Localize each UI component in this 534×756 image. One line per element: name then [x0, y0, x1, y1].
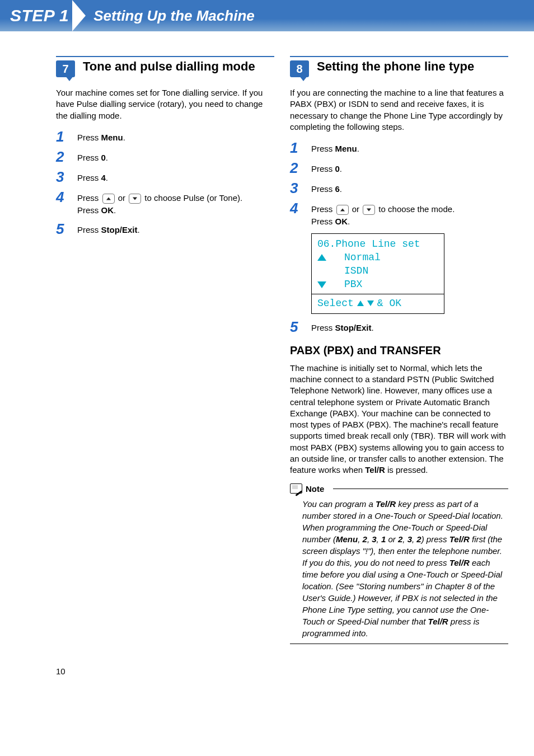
lcd-main: 06.Phone Line set Normal ISDN PBX	[312, 234, 444, 294]
page-number: 10	[56, 666, 534, 676]
section-rule	[56, 56, 274, 57]
step-label: STEP 1	[10, 6, 69, 25]
up-arrow-key-icon	[102, 194, 115, 204]
text: Press	[77, 193, 101, 203]
section-7-head: 7 Tone and pulse dialling mode	[56, 59, 274, 77]
lcd-text: & OK	[377, 297, 401, 310]
step-row: 2 Press 0.	[56, 149, 274, 164]
page-body: 7 Tone and pulse dialling mode Your mach…	[0, 31, 534, 644]
key-name: Menu	[335, 144, 357, 153]
key-name: Menu	[336, 534, 358, 544]
note-head: Note	[290, 483, 508, 494]
step-number: 2	[290, 161, 301, 175]
step-number: 1	[56, 129, 67, 144]
key-name: OK	[335, 217, 348, 226]
down-arrow-key-icon	[363, 205, 375, 215]
lcd-text: Select	[317, 297, 354, 310]
text: ,	[367, 534, 372, 544]
banner-title: Setting Up the Machine	[93, 7, 254, 25]
note-label: Note	[306, 484, 324, 494]
key-name: Stop/Exit	[335, 323, 372, 332]
key-name: 6	[335, 184, 340, 194]
down-arrow-icon	[367, 300, 374, 306]
pabx-body: The machine is initially set to Normal, …	[290, 363, 508, 476]
key-name: Tel/R	[365, 465, 385, 475]
up-arrow-key-icon	[336, 205, 349, 215]
rule	[290, 644, 508, 644]
key-name: Stop/Exit	[101, 225, 138, 234]
up-arrow-icon	[357, 300, 364, 306]
step-row: 4 Press or to choose Pulse (or Tone). Pr…	[56, 190, 274, 217]
step-number: 3	[290, 181, 301, 195]
text: You can program a	[302, 499, 376, 509]
rule	[333, 489, 508, 489]
step-number: 4	[290, 201, 301, 215]
text: Press	[311, 323, 335, 332]
text: Press	[77, 133, 101, 142]
key-name: 0	[335, 164, 340, 173]
key-name: Tel/R	[376, 499, 396, 509]
key-name: 2	[363, 534, 367, 544]
key-name: Tel/R	[449, 534, 470, 544]
key-name: Tel/R	[428, 617, 448, 626]
step-text: Press 0.	[77, 149, 108, 164]
section-rule	[290, 56, 508, 57]
step-row: 5 Press Stop/Exit.	[56, 222, 274, 236]
lcd-line: PBX	[317, 278, 438, 291]
section-title: Setting the phone line type	[317, 59, 474, 73]
key-name: 1	[381, 534, 386, 544]
key-name: OK	[101, 205, 114, 215]
step-row: 3 Press 4.	[56, 170, 274, 184]
step-row: 2 Press 0.	[290, 161, 508, 175]
step-row: 1 Press Menu.	[56, 129, 274, 144]
section-title: Tone and pulse dialling mode	[83, 59, 255, 73]
text: Press	[311, 164, 335, 173]
key-name: Menu	[101, 133, 123, 142]
subheading-pabx: PABX (PBX) and TRANSFER	[290, 344, 508, 357]
text: Press	[311, 144, 335, 153]
lcd-text: PBX	[331, 278, 362, 291]
section-number-badge: 7	[56, 60, 75, 77]
section-8-steps: 1 Press Menu. 2 Press 0. 3 Press 6. 4 Pr…	[290, 140, 508, 228]
step-text: Press 6.	[311, 181, 342, 195]
step-banner: STEP 1 Setting Up the Machine	[0, 0, 534, 31]
left-column: 7 Tone and pulse dialling mode Your mach…	[56, 56, 274, 644]
text: Press	[311, 217, 335, 226]
section-number-badge: 8	[290, 60, 309, 77]
text: or	[116, 193, 128, 203]
step-row: 1 Press Menu.	[290, 140, 508, 155]
down-arrow-icon	[317, 281, 326, 288]
section-7-intro: Your machine comes set for Tone dialling…	[56, 87, 274, 121]
key-name: 3	[407, 534, 412, 544]
section-8-head: 8 Setting the phone line type	[290, 59, 508, 77]
lcd-text: ISDN	[331, 264, 368, 278]
text: The machine is initially set to Normal, …	[290, 363, 506, 475]
step-text: Press or to choose the mode. Press OK.	[311, 201, 455, 228]
key-name: Tel/R	[449, 558, 470, 567]
down-arrow-key-icon	[129, 194, 141, 204]
lcd-text: 06.Phone Line set	[317, 237, 420, 251]
step-text: Press Stop/Exit.	[77, 222, 140, 236]
text: Press	[77, 205, 101, 215]
text: ) press	[421, 534, 449, 544]
step-text: Press 4.	[77, 170, 108, 184]
lcd-text: Normal	[331, 251, 381, 264]
step-number: 3	[56, 170, 67, 184]
lcd-line: 06.Phone Line set	[317, 237, 438, 251]
lcd-footer: Select & OK	[312, 294, 444, 313]
step-text: Press Menu.	[311, 140, 359, 155]
lcd-line: Normal	[317, 251, 438, 264]
text: to choose the mode.	[376, 204, 455, 214]
text: Press	[77, 153, 101, 162]
step-number: 5	[290, 320, 301, 334]
step-text: Press 0.	[311, 161, 342, 175]
note-body: You can program a Tel/R key press as par…	[290, 494, 508, 639]
text: to choose Pulse (or Tone).	[142, 193, 242, 203]
text: Press	[77, 225, 101, 234]
section-8-steps-cont: 5 Press Stop/Exit.	[290, 320, 508, 334]
text: ,	[402, 534, 407, 544]
text: or	[350, 204, 362, 214]
text: Press	[77, 173, 101, 182]
step-row: 4 Press or to choose the mode. Press OK.	[290, 201, 508, 228]
key-name: 3	[372, 534, 376, 544]
